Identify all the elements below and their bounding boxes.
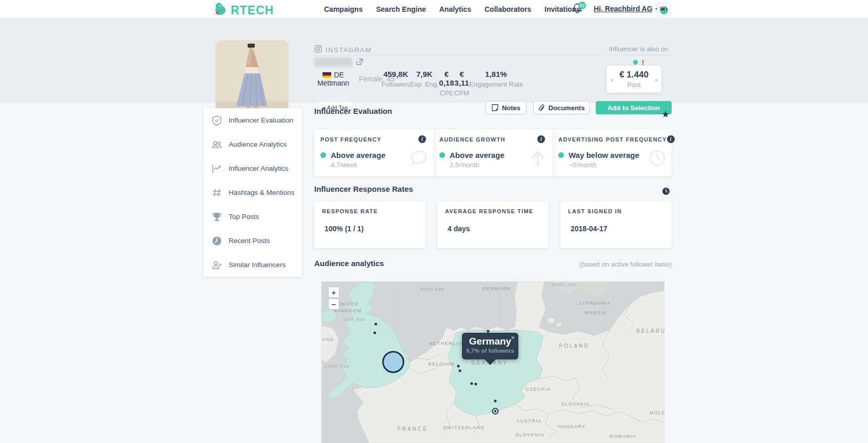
location-block: DE Mettmann xyxy=(308,71,359,87)
bird-logo-icon xyxy=(213,2,228,18)
eval-card-title: AUDIENCE GROWTH xyxy=(439,136,506,143)
country-code: DE xyxy=(334,71,344,79)
price-card: ‹ € 1.440 Post › xyxy=(607,66,661,93)
nav-item-campaigns[interactable]: Campaigns xyxy=(324,5,362,13)
line-chart-icon xyxy=(211,163,223,174)
audience-note: (based on active follower base) xyxy=(518,260,672,268)
divider xyxy=(605,55,672,55)
price-prev-arrow[interactable]: ‹ xyxy=(611,76,613,84)
info-icon[interactable]: i xyxy=(667,135,675,143)
notes-label: Notes xyxy=(502,104,520,112)
audience-section-title: Audience analytics xyxy=(314,259,384,268)
sidebar-item-label: Influencer Evaluation xyxy=(229,116,293,124)
map-dot[interactable] xyxy=(470,382,473,385)
map-dot[interactable] xyxy=(494,410,496,412)
notification-count-badge: 27 xyxy=(578,2,586,9)
status-dot-icon xyxy=(439,152,445,158)
stats-row: 459,8KFollowers 7,9KExp. Eng. € 0,18CPE … xyxy=(381,70,523,97)
brand-logo[interactable]: RTECH xyxy=(213,2,274,18)
map-dot[interactable] xyxy=(494,399,496,402)
evaluation-card: POST FREQUENCY i Above average 4.7/week … xyxy=(314,129,672,176)
response-rates-section-title: Influencer Response Rates xyxy=(314,185,413,193)
sidebar-item-label: Hashtags & Mentions xyxy=(229,189,294,196)
sidebar-item-recent-posts[interactable]: Recent Posts xyxy=(204,229,302,253)
sidebar-item-audience-analytics[interactable]: Audience Analytics xyxy=(204,132,302,156)
nav-item-collaborators[interactable]: Collaborators xyxy=(485,5,531,13)
sidebar-item-label: Influencer Analytics xyxy=(229,165,288,172)
profile-header: INSTAGRAM Influencer is also on ! DE Met… xyxy=(0,18,868,103)
map-dot[interactable] xyxy=(458,369,461,372)
map-tooltip: × Germany 9,7% of followers xyxy=(462,333,518,359)
evaluation-section-title: Influencer Evaluation xyxy=(314,107,392,115)
flag-de-icon xyxy=(322,72,331,78)
top-navbar: RTECH Campaigns Search Engine Analytics … xyxy=(0,0,868,18)
price-next-arrow[interactable]: › xyxy=(655,76,657,84)
map-dot[interactable] xyxy=(487,330,489,332)
info-icon[interactable]: i xyxy=(537,135,545,143)
rr-card-title: AVERAGE RESPONSE TIME xyxy=(445,208,549,214)
user-menu-label: Hi, Reachbird AG xyxy=(594,5,653,13)
map-dot[interactable] xyxy=(373,331,376,334)
avatar-bird-image xyxy=(658,4,670,15)
avatar[interactable] xyxy=(657,3,671,16)
map-dot[interactable] xyxy=(457,365,459,367)
also-on-label: Influencer is also on xyxy=(605,45,672,53)
profile-photo xyxy=(216,41,288,113)
paperclip-icon xyxy=(538,104,545,111)
trophy-icon xyxy=(211,211,223,223)
sidebar-item-influencer-analytics[interactable]: Influencer Analytics xyxy=(204,156,302,180)
price-label: Post xyxy=(607,81,661,89)
star-icon[interactable]: ★ xyxy=(661,109,670,120)
external-link-icon[interactable] xyxy=(356,58,363,67)
speech-bubble-icon xyxy=(410,149,428,169)
map-zoom-controls: + − xyxy=(328,287,339,310)
stat-followers: 459,8KFollowers xyxy=(381,70,410,97)
nav-menu: Campaigns Search Engine Analytics Collab… xyxy=(324,0,580,18)
documents-button[interactable]: Documents xyxy=(533,101,590,114)
sidebar-item-top-posts[interactable]: Top Posts xyxy=(204,205,302,229)
map-dot[interactable] xyxy=(474,382,477,385)
status-dot-icon xyxy=(320,152,326,158)
network-dot-icon[interactable] xyxy=(633,60,638,65)
eval-status: Above average xyxy=(450,151,504,159)
zoom-out-button[interactable]: − xyxy=(328,298,339,310)
stat-cpe: € 0,18CPE xyxy=(439,70,454,97)
clock-icon xyxy=(211,235,223,247)
map-dot[interactable] xyxy=(374,323,377,325)
shield-check-icon xyxy=(211,115,223,126)
close-icon[interactable]: × xyxy=(511,334,515,341)
add-to-selection-button[interactable]: Add to Selection xyxy=(596,101,672,114)
nav-item-analytics[interactable]: Analytics xyxy=(439,5,471,13)
info-icon[interactable]: i xyxy=(418,135,426,143)
notifications-bell[interactable]: 27 xyxy=(572,3,588,17)
response-rate-card: RESPONSE RATE 100% (1 / 1) xyxy=(314,202,426,248)
price-value: € 1.440 xyxy=(607,70,661,80)
profile-sidebar: Influencer Evaluation Audience Analytics… xyxy=(204,108,302,277)
eval-advertising-post-frequency: ADVERTISING POST FREQUENCY i Way below a… xyxy=(552,129,672,176)
city: Mettmann xyxy=(308,79,359,87)
rr-card-value: 100% (1 / 1) xyxy=(325,225,426,233)
zoom-in-button[interactable]: + xyxy=(328,287,339,298)
sidebar-item-label: Similar Influencers xyxy=(229,261,286,269)
nav-item-search-engine[interactable]: Search Engine xyxy=(376,5,426,13)
last-signed-in-card: LAST SIGNED IN 2018-04-17 xyxy=(560,202,672,248)
stat-engagement-rate: 1,81%Engagement Rate xyxy=(469,70,523,97)
audience-map[interactable]: + − North SeaBaltic SeaDENMARKUNITEDKING… xyxy=(321,281,664,443)
note-icon xyxy=(492,104,498,111)
notes-button[interactable]: Notes xyxy=(486,101,527,114)
sidebar-item-similar-influencers[interactable]: Similar Influencers xyxy=(204,253,302,277)
status-dot-icon xyxy=(558,152,564,158)
stat-expected-engagement: 7,9KExp. Eng. xyxy=(410,70,439,97)
history-clock-icon[interactable] xyxy=(662,188,670,197)
sidebar-item-influencer-evaluation[interactable]: Influencer Evaluation xyxy=(204,108,302,132)
instagram-icon xyxy=(314,45,322,54)
sidebar-item-label: Recent Posts xyxy=(229,237,270,245)
eval-card-title: ADVERTISING POST FREQUENCY xyxy=(558,136,667,143)
eval-status: Way below average xyxy=(569,151,639,159)
network-label: INSTAGRAM xyxy=(326,46,372,54)
stat-cpm: € 3,11CPM xyxy=(454,70,469,97)
rr-card-value: 2018-04-17 xyxy=(571,225,672,233)
sidebar-item-hashtags-mentions[interactable]: Hashtags & Mentions xyxy=(204,180,302,205)
brand-name: RTECH xyxy=(231,4,274,17)
user-menu[interactable]: Hi, Reachbird AG xyxy=(594,5,659,13)
